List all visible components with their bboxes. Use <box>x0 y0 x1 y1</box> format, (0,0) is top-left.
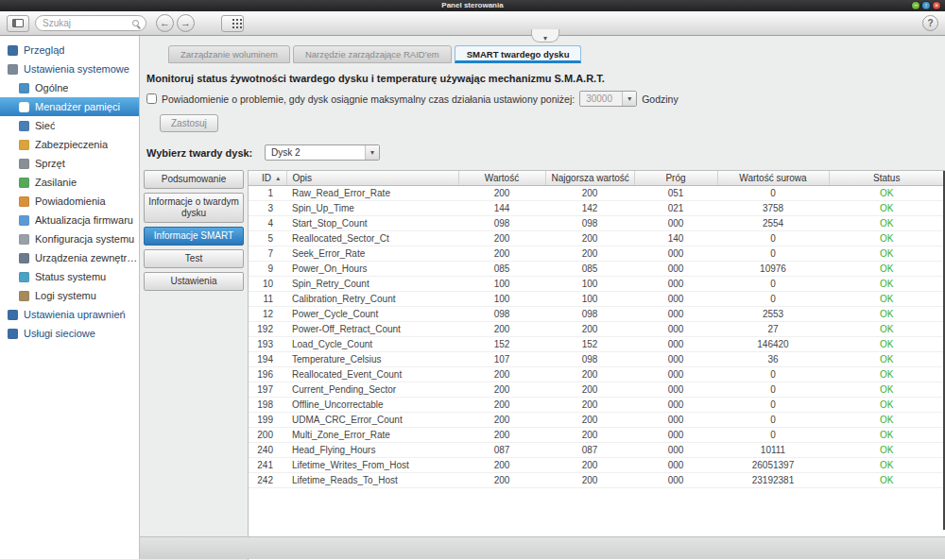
cell-wartosc-surowa: 0 <box>717 292 829 307</box>
subtab-test[interactable]: Test <box>144 249 244 268</box>
disk-select[interactable]: Dysk 2 <box>265 144 380 161</box>
table-row[interactable]: 240Head_Flying_Hours08708700010111OK <box>249 443 945 458</box>
table-row[interactable]: 1Raw_Read_Error_Rate2002000510OK <box>249 186 945 201</box>
apply-button[interactable]: Zastosuj <box>160 114 218 132</box>
sidebar-item-aktualizacja-firmwaru[interactable]: Aktualizacja firmwaru <box>0 211 139 229</box>
column-header-status[interactable]: Status <box>829 171 945 186</box>
table-body: 1Raw_Read_Error_Rate2002000510OK3Spin_Up… <box>249 186 945 488</box>
hours-select[interactable]: 30000 <box>579 91 637 107</box>
search-input[interactable] <box>43 18 132 28</box>
window-minimize-button[interactable] <box>912 2 919 9</box>
sidebar-item-zabezpieczenia[interactable]: Zabezpieczenia <box>0 135 139 154</box>
column-header-id[interactable]: ID <box>249 171 286 186</box>
table-row[interactable]: 192Power-Off_Retract_Count20020000027OK <box>249 322 945 337</box>
tab-smart-twardego-dysku[interactable]: SMART twardego dysku <box>455 45 582 63</box>
sidebar-item-uslugi-sieciowe[interactable]: Usługi sieciowe <box>0 324 139 343</box>
forward-button[interactable] <box>177 14 195 32</box>
notify-checkbox[interactable] <box>146 93 157 104</box>
table-row[interactable]: 200Multi_Zone_Error_Rate2002000000OK <box>249 428 945 443</box>
cell-status: OK <box>829 398 945 413</box>
sidebar-item-label: Zabezpieczenia <box>35 139 108 150</box>
sidebar-item-zasilanie[interactable]: Zasilanie <box>0 173 139 192</box>
window-close-button[interactable] <box>933 2 940 9</box>
sort-asc-icon <box>271 173 281 183</box>
cell-opis: Lifetime_Writes_From_Host <box>286 458 458 473</box>
cell-status: OK <box>829 337 945 352</box>
apps-grid-button[interactable] <box>221 15 244 32</box>
sidebar-item-przeglad[interactable]: Przegląd <box>0 41 139 59</box>
cell-prog: 000 <box>634 458 717 473</box>
sidebar-item-logi-systemu[interactable]: Logi systemu <box>0 286 139 305</box>
sidebar-item-ogolne[interactable]: Ogólne <box>0 78 139 97</box>
cell-wartosc-surowa: 10111 <box>717 443 829 458</box>
table-row[interactable]: 11Calibration_Retry_Count1001000000OK <box>249 292 945 307</box>
table-row[interactable]: 241Lifetime_Writes_From_Host200200000260… <box>249 458 945 473</box>
cell-prog: 000 <box>634 216 717 231</box>
cell-prog: 140 <box>634 231 717 246</box>
table-row[interactable]: 199UDMA_CRC_Error_Count2002000000OK <box>249 413 945 428</box>
subtab-ustawienia[interactable]: Ustawienia <box>144 272 244 291</box>
notifications-icon <box>19 196 29 207</box>
workspace: PrzeglądUstawienia systemoweOgólneMenadż… <box>0 36 945 559</box>
subtab-podsumowanie[interactable]: Podsumowanie <box>144 170 244 189</box>
cell-najgorsza-wartosc: 200 <box>545 231 634 246</box>
cell-status: OK <box>829 458 945 473</box>
cell-id: 11 <box>249 292 286 307</box>
sidebar-item-status-systemu[interactable]: Status systemu <box>0 267 139 286</box>
table-row[interactable]: 5Reallocated_Sector_Ct2002001400OK <box>249 231 945 246</box>
help-button[interactable]: ? <box>922 15 938 31</box>
table-row[interactable]: 242Lifetime_Reads_To_Host200200000231923… <box>249 473 945 488</box>
cell-najgorsza-wartosc: 200 <box>545 322 634 337</box>
notify-label: Powiadomienie o problemie, gdy dysk osią… <box>162 93 575 105</box>
table-row[interactable]: 196Reallocated_Event_Count2002000000OK <box>249 367 945 382</box>
column-header-wartosc[interactable]: Wartość <box>458 171 545 186</box>
table-row[interactable]: 193Load_Cycle_Count152152000146420OK <box>249 337 945 352</box>
back-button[interactable] <box>156 14 174 32</box>
cell-najgorsza-wartosc: 200 <box>545 246 634 262</box>
table-row[interactable]: 9Power_On_Hours08508500010976OK <box>249 262 945 277</box>
cell-id: 1 <box>249 186 286 201</box>
cell-opis: Spin_Retry_Count <box>286 277 458 292</box>
column-header-wartosc-surowa[interactable]: Wartość surowa <box>717 171 829 186</box>
sidebar-item-urzadzenia-zewnetrzne[interactable]: Urządzenia zewnętrzne <box>0 248 139 267</box>
collapse-panel-button[interactable] <box>531 29 559 42</box>
search-box[interactable] <box>35 15 146 31</box>
column-header-opis[interactable]: Opis <box>286 171 458 186</box>
table-row[interactable]: 197Current_Pending_Sector2002000000OK <box>249 382 945 398</box>
sidebar-item-ustawienia-uprawnien[interactable]: Ustawienia uprawnień <box>0 305 139 324</box>
sidebar-item-powiadomienia[interactable]: Powiadomienia <box>0 192 139 211</box>
smart-panel: Monitoruj status żywotności twardego dys… <box>140 63 945 560</box>
hours-select-value: 30000 <box>580 92 622 106</box>
table-row[interactable]: 198Offline_Uncorrectable2002000000OK <box>249 398 945 413</box>
table-row[interactable]: 12Power_Cycle_Count0980980002553OK <box>249 307 945 322</box>
cell-prog: 000 <box>634 367 717 382</box>
sidebar-item-konfiguracja-systemu[interactable]: Konfiguracja systemu <box>0 229 139 248</box>
cell-wartosc: 200 <box>458 382 545 398</box>
table-row[interactable]: 3Spin_Up_Time1441420213758OK <box>249 201 945 216</box>
cell-wartosc: 100 <box>458 277 545 292</box>
cell-najgorsza-wartosc: 200 <box>545 413 634 428</box>
table-row[interactable]: 4Start_Stop_Count0980980002554OK <box>249 216 945 231</box>
cell-wartosc: 200 <box>458 246 545 262</box>
sidebar-item-menadzer-pamieci[interactable]: Menadżer pamięci <box>0 97 139 116</box>
subtab-informacje-smart[interactable]: Informacje SMART <box>144 227 244 246</box>
table-row[interactable]: 10Spin_Retry_Count1001000000OK <box>249 277 945 292</box>
cell-opis: Raw_Read_Error_Rate <box>286 186 458 201</box>
table-row[interactable]: 7Seek_Error_Rate2002000000OK <box>249 246 945 262</box>
sidebar-toggle-button[interactable] <box>7 15 29 32</box>
tab-zarzadzanie-woluminem[interactable]: Zarządzanie woluminem <box>168 45 290 63</box>
chevron-down-icon <box>365 145 379 160</box>
column-header-prog[interactable]: Próg <box>634 171 717 186</box>
cell-status: OK <box>829 322 945 337</box>
sidebar-item-label: Ustawienia systemowe <box>24 63 129 75</box>
subtab-informacje-o-twardym-dysku[interactable]: Informacje o twardym dysku <box>144 193 244 223</box>
chevron-down-icon <box>543 27 547 44</box>
sidebar-item-siec[interactable]: Sieć <box>0 116 139 135</box>
table-row[interactable]: 194Temperature_Celsius10709800036OK <box>249 352 945 367</box>
window-maximize-button[interactable] <box>922 2 930 9</box>
network-services-icon <box>8 329 18 339</box>
tab-narzedzie-zarzadzajace-raid-em[interactable]: Narzędzie zarządzające RAID'em <box>293 45 452 63</box>
sidebar-item-ustawienia-systemowe[interactable]: Ustawienia systemowe <box>0 59 139 78</box>
sidebar-item-sprzet[interactable]: Sprzęt <box>0 154 139 173</box>
column-header-najgorsza-wartosc[interactable]: Najgorsza wartość <box>545 171 634 186</box>
